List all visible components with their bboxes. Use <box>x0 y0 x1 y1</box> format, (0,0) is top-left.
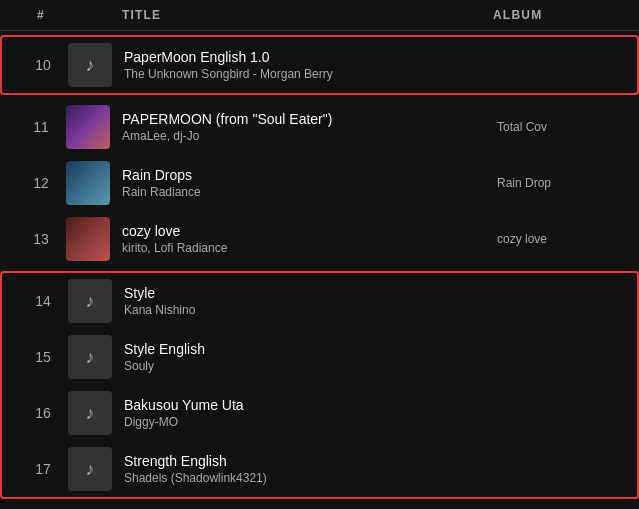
music-note-icon: ♪ <box>86 291 95 312</box>
track-info: cozy lovekirito, Lofi Radiance <box>122 223 493 255</box>
track-artist: AmaLee, dj-Jo <box>122 129 493 143</box>
track-artist: Diggy-MO <box>124 415 491 429</box>
track-number: 11 <box>16 119 66 135</box>
track-info: Style EnglishSouly <box>124 341 491 373</box>
track-artist: kirito, Lofi Radiance <box>122 241 493 255</box>
track-name: Style English <box>124 341 491 357</box>
track-name: PAPERMOON (from "Soul Eater") <box>122 111 493 127</box>
track-name: cozy love <box>122 223 493 239</box>
track-thumbnail <box>66 105 110 149</box>
track-thumbnail: ♪ <box>68 43 112 87</box>
table-row[interactable]: 17♪Strength EnglishShadels (Shadowlink43… <box>2 441 637 497</box>
music-note-icon: ♪ <box>86 403 95 424</box>
table-row[interactable]: 12Rain DropsRain RadianceRain Drop <box>0 155 639 211</box>
track-number: 12 <box>16 175 66 191</box>
track-name: Bakusou Yume Uta <box>124 397 491 413</box>
track-number: 17 <box>18 461 68 477</box>
table-header: # TITLE ALBUM <box>0 0 639 31</box>
track-thumbnail: ♪ <box>68 279 112 323</box>
track-number: 15 <box>18 349 68 365</box>
track-artist: Rain Radiance <box>122 185 493 199</box>
music-note-icon: ♪ <box>86 459 95 480</box>
track-thumbnail: ♪ <box>68 447 112 491</box>
track-thumbnail <box>66 217 110 261</box>
track-info: PaperMoon English 1.0The Unknown Songbir… <box>124 49 491 81</box>
music-note-icon: ♪ <box>86 347 95 368</box>
track-number: 16 <box>18 405 68 421</box>
track-name: PaperMoon English 1.0 <box>124 49 491 65</box>
track-album: cozy love <box>493 232 623 246</box>
track-number: 10 <box>18 57 68 73</box>
track-info: Rain DropsRain Radiance <box>122 167 493 199</box>
table-row[interactable]: 16♪Bakusou Yume UtaDiggy-MO <box>2 385 637 441</box>
header-num: # <box>16 8 66 22</box>
track-info: StyleKana Nishino <box>124 285 491 317</box>
table-row[interactable]: 11PAPERMOON (from "Soul Eater")AmaLee, d… <box>0 99 639 155</box>
track-artist: Kana Nishino <box>124 303 491 317</box>
track-thumbnail <box>66 161 110 205</box>
table-row[interactable]: 13cozy lovekirito, Lofi Radiancecozy lov… <box>0 211 639 267</box>
track-name: Strength English <box>124 453 491 469</box>
track-info: Bakusou Yume UtaDiggy-MO <box>124 397 491 429</box>
selected-group-top: 10♪PaperMoon English 1.0The Unknown Song… <box>0 35 639 95</box>
track-name: Style <box>124 285 491 301</box>
table-row[interactable]: 15♪Style EnglishSouly <box>2 329 637 385</box>
track-album: Rain Drop <box>493 176 623 190</box>
music-note-icon: ♪ <box>86 55 95 76</box>
track-artist: Souly <box>124 359 491 373</box>
track-thumbnail: ♪ <box>68 335 112 379</box>
track-number: 14 <box>18 293 68 309</box>
track-number: 13 <box>16 231 66 247</box>
track-thumbnail: ♪ <box>68 391 112 435</box>
table-row[interactable]: 10♪PaperMoon English 1.0The Unknown Song… <box>2 37 637 93</box>
table-row[interactable]: 14♪StyleKana Nishino <box>2 273 637 329</box>
track-album: Total Cov <box>493 120 623 134</box>
selected-group-bottom: 14♪StyleKana Nishino15♪Style EnglishSoul… <box>0 271 639 499</box>
track-name: Rain Drops <box>122 167 493 183</box>
track-artist: Shadels (Shadowlink4321) <box>124 471 491 485</box>
track-artist: The Unknown Songbird - Morgan Berry <box>124 67 491 81</box>
track-info: PAPERMOON (from "Soul Eater")AmaLee, dj-… <box>122 111 493 143</box>
header-title: TITLE <box>122 8 493 22</box>
track-info: Strength EnglishShadels (Shadowlink4321) <box>124 453 491 485</box>
header-album: ALBUM <box>493 8 623 22</box>
